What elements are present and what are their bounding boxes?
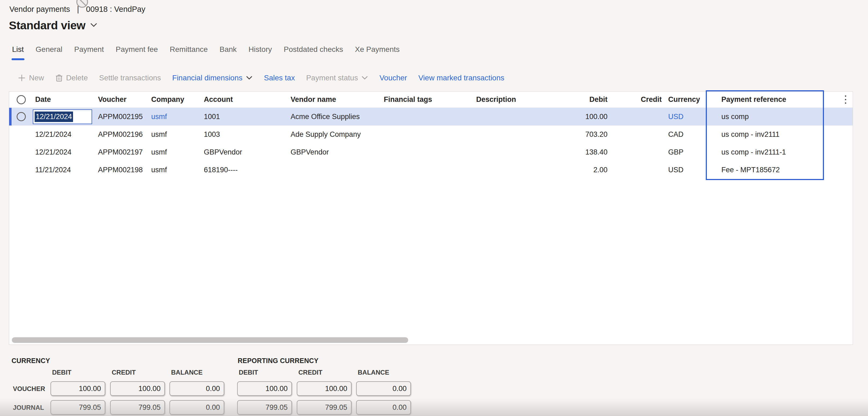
grid-options-cell: [824, 95, 853, 104]
table-row[interactable]: 11/21/2024 APPM002198 usmf 618190---- 2.…: [9, 161, 853, 179]
voucher-button[interactable]: Voucher: [379, 73, 407, 82]
tab-label: General: [36, 45, 63, 54]
company-cell: usmf: [149, 148, 202, 156]
reporting-voucher-balance: 0.00: [356, 381, 411, 396]
table-row[interactable]: 12/21/2024 APPM002196 usmf 1003 Ade Supp…: [9, 125, 853, 143]
column-header-payment-reference[interactable]: Payment reference: [706, 95, 824, 104]
currency-credit-header: CREDIT: [112, 369, 135, 376]
payment-status-menu[interactable]: Payment status: [306, 73, 368, 82]
vendor-name-cell: Ade Supply Company: [288, 130, 381, 139]
chevron-down-icon: [246, 76, 253, 80]
account-cell: 618190----: [202, 166, 288, 174]
column-header-currency[interactable]: Currency: [662, 95, 706, 104]
blocked-cursor-icon: [75, 0, 89, 9]
reporting-journal-debit: 799.05: [237, 400, 292, 415]
voucher-button-label: Voucher: [379, 73, 407, 82]
voucher-cell: APPM002197: [96, 148, 149, 156]
column-header-debit[interactable]: Debit: [554, 95, 608, 104]
trash-icon: [55, 74, 63, 82]
view-marked-transactions-label: View marked transactions: [418, 73, 504, 82]
table-row[interactable]: 12/21/2024 APPM002197 usmf GBPVendor GBP…: [9, 143, 853, 161]
select-all-radio[interactable]: [17, 95, 26, 104]
journal-row-label: JOURNAL: [13, 404, 44, 411]
delete-button[interactable]: Delete: [55, 73, 88, 82]
new-button-label: New: [29, 73, 44, 82]
currency-section-title: CURRENCY: [11, 357, 50, 365]
column-header-voucher[interactable]: Voucher: [96, 95, 149, 104]
tab-list[interactable]: List: [12, 45, 24, 55]
reporting-currency-section-title: REPORTING CURRENCY: [238, 357, 318, 365]
company-link[interactable]: usmf: [151, 113, 167, 121]
tab-label: Xe Payments: [355, 45, 400, 54]
currency-journal-credit: 799.05: [110, 400, 165, 415]
active-tab-underline: [11, 58, 25, 60]
vendor-name-cell: GBPVendor: [288, 148, 381, 156]
currency-debit-header: DEBIT: [52, 369, 71, 376]
select-all-cell: [9, 95, 33, 104]
currency-link[interactable]: USD: [668, 113, 683, 121]
debit-cell: 2.00: [554, 166, 608, 174]
settle-transactions-label: Settle transactions: [99, 73, 161, 82]
currency-cell: CAD: [662, 130, 706, 139]
action-toolbar: New Delete Settle transactions Financial…: [18, 73, 504, 82]
journal-id: 00918 : VendPay: [86, 5, 145, 14]
plus-icon: [18, 74, 26, 82]
view-selector[interactable]: Standard view: [9, 19, 98, 32]
sales-tax-label: Sales tax: [264, 73, 295, 82]
kebab-menu-icon[interactable]: [845, 95, 846, 104]
date-input[interactable]: 12/21/2024: [33, 109, 92, 124]
column-header-financial-tags[interactable]: Financial tags: [381, 95, 474, 104]
view-name: Standard view: [9, 19, 85, 32]
date-cell: 12/21/2024: [33, 130, 96, 139]
company-cell: usmf: [149, 130, 202, 139]
tab-payment[interactable]: Payment: [74, 45, 104, 55]
column-header-description[interactable]: Description: [474, 95, 554, 104]
tab-postdated-checks[interactable]: Postdated checks: [284, 45, 343, 55]
date-input-value: 12/21/2024: [35, 112, 73, 122]
reporting-credit-header: CREDIT: [299, 369, 322, 376]
chevron-down-icon: [361, 76, 368, 80]
reporting-journal-credit: 799.05: [297, 400, 351, 415]
grid-header-row: Date Voucher Company Account Vendor name…: [9, 92, 853, 108]
tab-label: Payment: [74, 45, 104, 54]
tab-label: Payment fee: [116, 45, 158, 54]
table-row[interactable]: 12/21/2024 APPM002195 usmf 1001 Acme Off…: [9, 108, 853, 125]
tab-remittance[interactable]: Remittance: [170, 45, 208, 55]
account-cell: 1001: [202, 113, 288, 121]
horizontal-scrollbar-thumb[interactable]: [12, 337, 408, 343]
tab-payment-fee[interactable]: Payment fee: [116, 45, 158, 55]
tab-label: Remittance: [170, 45, 208, 54]
tab-xe-payments[interactable]: Xe Payments: [355, 45, 400, 55]
financial-dimensions-menu[interactable]: Financial dimensions: [172, 73, 252, 82]
company-cell: usmf: [149, 113, 202, 121]
tab-history[interactable]: History: [248, 45, 272, 55]
payment-reference-cell: us comp - inv2111-1: [706, 148, 824, 156]
new-button[interactable]: New: [18, 73, 44, 82]
debit-cell: 138.40: [554, 148, 608, 156]
column-header-vendor-name[interactable]: Vendor name: [288, 95, 381, 104]
column-header-credit[interactable]: Credit: [608, 95, 662, 104]
tab-general[interactable]: General: [36, 45, 63, 55]
currency-journal-debit: 799.05: [51, 400, 105, 415]
vendor-name-cell: Acme Office Supplies: [288, 113, 381, 121]
tab-bank[interactable]: Bank: [220, 45, 237, 55]
page-title: Vendor payments: [9, 5, 70, 14]
view-marked-transactions-button[interactable]: View marked transactions: [418, 73, 504, 82]
column-header-account[interactable]: Account: [202, 95, 288, 104]
tab-label: Bank: [220, 45, 237, 54]
payment-reference-cell: us comp: [706, 113, 824, 121]
tab-strip: List General Payment Payment fee Remitta…: [12, 45, 400, 55]
selected-row-indicator: [9, 108, 11, 125]
chevron-down-icon: [90, 22, 98, 29]
settle-transactions-button[interactable]: Settle transactions: [99, 73, 161, 82]
tab-label: Postdated checks: [284, 45, 343, 54]
payment-reference-cell: Fee - MPT185672: [706, 166, 824, 174]
sales-tax-button[interactable]: Sales tax: [264, 73, 295, 82]
row-select-radio[interactable]: [17, 112, 26, 121]
voucher-cell: APPM002198: [96, 166, 149, 174]
payment-reference-cell: us comp - inv2111: [706, 130, 824, 139]
account-cell: 1003: [202, 130, 288, 139]
column-header-date[interactable]: Date: [33, 95, 96, 104]
row-select-cell: [9, 112, 33, 121]
column-header-company[interactable]: Company: [149, 95, 202, 104]
